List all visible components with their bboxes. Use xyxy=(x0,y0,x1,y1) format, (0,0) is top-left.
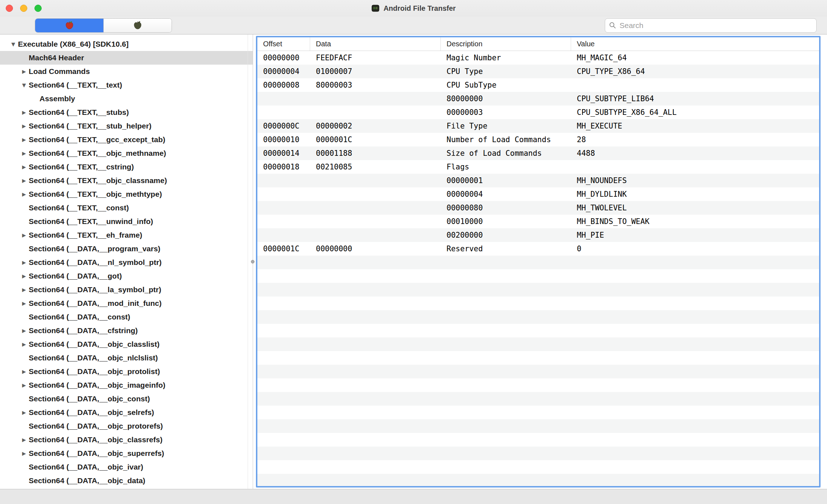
disclosure-right-icon[interactable]: ▶ xyxy=(19,369,29,374)
column-header-description[interactable]: Description xyxy=(441,37,571,51)
data-cell: FEEDFACF xyxy=(310,51,441,65)
description-cell: 00000080 xyxy=(441,201,571,215)
description-cell: Magic Number xyxy=(441,51,571,65)
disclosure-right-icon[interactable]: ▶ xyxy=(19,137,29,143)
sidebar-item[interactable]: ▶Section64 (__TEXT,__eh_frame) xyxy=(0,228,253,242)
disclosure-right-icon[interactable]: ▶ xyxy=(19,300,29,306)
sidebar-item[interactable]: ▼Executable (X86_64) [SDK10.6] xyxy=(0,37,253,51)
table-row[interactable]: 80000000CPU_SUBTYPE_LIB64 xyxy=(257,92,819,106)
sidebar-item[interactable]: ▶Section64 (__DATA,__objc_classrefs) xyxy=(0,433,253,447)
disclosure-right-icon[interactable]: ▶ xyxy=(19,382,29,388)
data-cell: 00001188 xyxy=(310,146,441,160)
disclosure-right-icon[interactable]: ▶ xyxy=(19,260,29,265)
sidebar-item[interactable]: Mach64 Header xyxy=(0,51,253,65)
segment-fat-button[interactable] xyxy=(103,19,172,32)
disclosure-right-icon[interactable]: ▶ xyxy=(19,178,29,183)
sidebar-item[interactable]: Section64 (__DATA,__objc_ivar) xyxy=(0,460,253,474)
sidebar-item[interactable]: Section64 (__DATA,__objc_const) xyxy=(0,392,253,406)
offset-cell: 0000001C xyxy=(257,242,310,256)
disclosure-right-icon[interactable]: ▶ xyxy=(19,328,29,333)
sidebar-item[interactable]: Assembly xyxy=(0,92,253,106)
sidebar-item[interactable]: ▶Section64 (__TEXT,__cstring) xyxy=(0,160,253,174)
sidebar-item[interactable]: ▶Section64 (__DATA,__mod_init_func) xyxy=(0,297,253,310)
sidebar-item[interactable]: ▶Section64 (__DATA,__la_symbol_ptr) xyxy=(0,283,253,297)
disclosure-right-icon[interactable]: ▶ xyxy=(19,123,29,129)
offset-cell xyxy=(257,228,310,242)
table-row[interactable]: 00010000MH_BINDS_TO_WEAK xyxy=(257,215,819,228)
disclosure-right-icon[interactable]: ▶ xyxy=(19,287,29,293)
sidebar-item[interactable]: Section64 (__DATA,__const) xyxy=(0,310,253,324)
sidebar-item[interactable]: ▶Section64 (__DATA,__cfstring) xyxy=(0,324,253,337)
disclosure-right-icon[interactable]: ▶ xyxy=(19,341,29,347)
column-header-data[interactable]: Data xyxy=(310,37,441,51)
value-cell: 4488 xyxy=(571,146,819,160)
sidebar-item[interactable]: ▼Section64 (__TEXT,__text) xyxy=(0,78,253,92)
disclosure-down-icon[interactable]: ▼ xyxy=(19,82,29,88)
data-cell: 0000001C xyxy=(310,133,441,146)
disclosure-right-icon[interactable]: ▶ xyxy=(19,109,29,115)
table-row[interactable]: 00000001MH_NOUNDEFS xyxy=(257,174,819,187)
column-header-value[interactable]: Value xyxy=(571,37,819,51)
sidebar-item[interactable]: ▶Load Commands xyxy=(0,65,253,78)
data-cell xyxy=(310,187,441,201)
table-row[interactable]: 0000001400001188Size of Load Commands448… xyxy=(257,146,819,160)
table-row[interactable]: 0000001800210085Flags xyxy=(257,160,819,174)
data-cell xyxy=(310,201,441,215)
disclosure-down-icon[interactable]: ▼ xyxy=(9,41,18,47)
sidebar-item[interactable]: ▶Section64 (__TEXT,__objc_classname) xyxy=(0,174,253,187)
offset-cell: 00000010 xyxy=(257,133,310,146)
search-input[interactable] xyxy=(619,21,813,30)
sidebar-item-label: Section64 (__DATA,__objc_selrefs) xyxy=(29,408,154,417)
splitter-handle[interactable] xyxy=(251,260,254,263)
disclosure-right-icon[interactable]: ▶ xyxy=(19,410,29,415)
sidebar-item-label: Section64 (__TEXT,__const) xyxy=(29,204,129,212)
sidebar-item[interactable]: ▶Section64 (__TEXT,__objc_methtype) xyxy=(0,187,253,201)
sidebar-item[interactable]: ▶Section64 (__DATA,__objc_classlist) xyxy=(0,337,253,351)
value-cell: 0 xyxy=(571,242,819,256)
disclosure-right-icon[interactable]: ▶ xyxy=(19,191,29,197)
sidebar-item[interactable]: ▶Section64 (__DATA,__nl_symbol_ptr) xyxy=(0,256,253,269)
value-cell: MH_DYLDLINK xyxy=(571,187,819,201)
sidebar-item[interactable]: ▶Section64 (__TEXT,__gcc_except_tab) xyxy=(0,133,253,146)
sidebar-item[interactable]: Section64 (__DATA,__objc_data) xyxy=(0,474,253,487)
table-row[interactable]: 00000080MH_TWOLEVEL xyxy=(257,201,819,215)
sidebar-item[interactable]: Section64 (__TEXT,__const) xyxy=(0,201,253,215)
table-row[interactable]: 0000000401000007CPU TypeCPU_TYPE_X86_64 xyxy=(257,65,819,78)
table-row[interactable]: 000000100000001CNumber of Load Commands2… xyxy=(257,133,819,146)
segment-macho-button[interactable] xyxy=(35,19,103,32)
disclosure-right-icon[interactable]: ▶ xyxy=(19,164,29,170)
sidebar-item[interactable]: ▶Section64 (__DATA,__objc_imageinfo) xyxy=(0,378,253,392)
table-row[interactable]: 00000004MH_DYLDLINK xyxy=(257,187,819,201)
dark-apple-icon xyxy=(133,20,142,30)
table-row[interactable]: 0000000C00000002File TypeMH_EXECUTE xyxy=(257,119,819,133)
table-row[interactable]: 0000000880000003CPU SubType xyxy=(257,78,819,92)
disclosure-right-icon[interactable]: ▶ xyxy=(19,232,29,238)
table-row[interactable]: 00000000FEEDFACFMagic NumberMH_MAGIC_64 xyxy=(257,51,819,65)
sidebar-item[interactable]: Section64 (__DATA,__objc_nlclslist) xyxy=(0,351,253,365)
sidebar-item[interactable]: ▶Section64 (__DATA,__objc_superrefs) xyxy=(0,447,253,460)
sidebar-item[interactable]: Section64 (__DATA,__program_vars) xyxy=(0,242,253,256)
disclosure-right-icon[interactable]: ▶ xyxy=(19,150,29,156)
sidebar-item-label: Section64 (__DATA,__objc_imageinfo) xyxy=(29,381,165,389)
description-cell: 80000000 xyxy=(441,92,571,106)
description-cell: Flags xyxy=(441,160,571,174)
table-row[interactable]: 00200000MH_PIE xyxy=(257,228,819,242)
sidebar-item[interactable]: ▶Section64 (__DATA,__objc_selrefs) xyxy=(0,406,253,419)
sidebar-item[interactable]: Section64 (__DATA,__objc_protorefs) xyxy=(0,419,253,433)
table-row[interactable]: 0000001C00000000Reserved0 xyxy=(257,242,819,256)
search-field[interactable] xyxy=(605,18,817,33)
sidebar-item[interactable]: Section64 (__TEXT,__unwind_info) xyxy=(0,215,253,228)
offset-cell xyxy=(257,215,310,228)
disclosure-right-icon[interactable]: ▶ xyxy=(19,69,29,74)
disclosure-right-icon[interactable]: ▶ xyxy=(19,273,29,279)
disclosure-right-icon[interactable]: ▶ xyxy=(19,437,29,443)
sidebar-item[interactable]: ▶Section64 (__TEXT,__stub_helper) xyxy=(0,119,253,133)
column-header-offset[interactable]: Offset xyxy=(257,37,310,51)
sidebar-item[interactable]: ▶Section64 (__DATA,__objc_protolist) xyxy=(0,365,253,378)
sidebar-item[interactable]: ▶Section64 (__DATA,__got) xyxy=(0,269,253,283)
sidebar-item[interactable]: ▶Section64 (__TEXT,__stubs) xyxy=(0,106,253,119)
sidebar-item[interactable]: ▶Section64 (__TEXT,__objc_methname) xyxy=(0,146,253,160)
table-row[interactable]: 00000003CPU_SUBTYPE_X86_64_ALL xyxy=(257,106,819,119)
disclosure-right-icon[interactable]: ▶ xyxy=(19,451,29,456)
offset-cell: 00000014 xyxy=(257,146,310,160)
